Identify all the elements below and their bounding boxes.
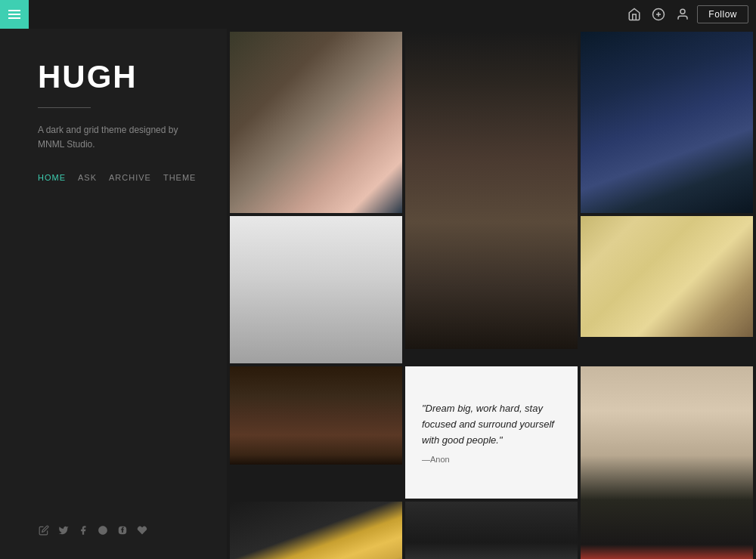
quote-author: —Anon: [422, 455, 561, 464]
photo-floral-hat[interactable]: [230, 32, 402, 213]
photo-glass-table[interactable]: [230, 216, 402, 363]
nav-theme[interactable]: THEME: [163, 173, 197, 182]
nav-links: HOME ASK ARCHIVE THEME: [38, 173, 204, 182]
google-social-icon[interactable]: [97, 524, 109, 536]
photo-stormy-sky[interactable]: [581, 32, 753, 213]
photo-boat[interactable]: [581, 216, 753, 337]
hamburger-icon: [8, 10, 20, 19]
topbar: Follow: [0, 0, 756, 29]
nav-ask[interactable]: ASK: [78, 173, 97, 182]
photo-skateboard-feet[interactable]: [405, 502, 578, 559]
follow-button[interactable]: Follow: [697, 5, 748, 23]
nav-archive[interactable]: ARCHIVE: [109, 173, 151, 182]
blog-title: HUGH: [38, 59, 204, 95]
photo-watch[interactable]: [230, 502, 402, 559]
photo-grid: "Dream big, work hard, stay focused and …: [230, 32, 753, 559]
svg-point-3: [680, 9, 685, 14]
compose-icon[interactable]: [652, 8, 665, 21]
user-icon[interactable]: [676, 8, 689, 21]
sidebar: HUGH A dark and grid theme designed by M…: [0, 29, 227, 559]
facebook-social-icon[interactable]: [77, 524, 89, 536]
main-container: HUGH A dark and grid theme designed by M…: [0, 29, 756, 559]
blog-description: A dark and grid theme designed by MNML S…: [38, 123, 204, 152]
home-icon[interactable]: [627, 8, 641, 21]
heart-social-icon[interactable]: [136, 524, 148, 536]
photo-string-lights[interactable]: [230, 366, 402, 465]
nav-home[interactable]: HOME: [38, 173, 66, 182]
title-divider: [38, 107, 91, 108]
photo-quote-card[interactable]: "Dream big, work hard, stay focused and …: [405, 366, 578, 499]
twitter-social-icon[interactable]: [57, 524, 70, 536]
topbar-icon-group: [627, 8, 689, 21]
grid-area: "Dream big, work hard, stay focused and …: [227, 29, 756, 559]
social-icons: [38, 509, 204, 536]
menu-button[interactable]: [0, 0, 29, 29]
photo-brick-building[interactable]: [405, 32, 578, 349]
tumblr-social-icon[interactable]: [116, 524, 129, 536]
photo-person-standing[interactable]: [581, 366, 753, 559]
edit-social-icon[interactable]: [38, 524, 50, 536]
quote-text: "Dream big, work hard, stay focused and …: [422, 401, 561, 448]
